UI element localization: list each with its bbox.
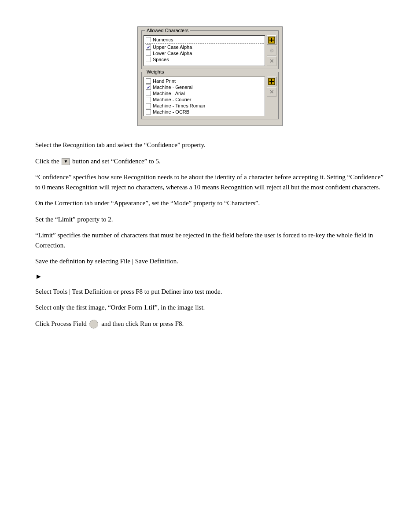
numerics-checkbox[interactable] <box>146 37 151 42</box>
handprint-checkbox[interactable] <box>146 78 151 84</box>
x-icon: ✕ <box>269 89 274 95</box>
paragraph-7: Save the definition by selecting File | … <box>35 256 385 266</box>
weights-title: Weights <box>145 69 166 74</box>
weights-inner: Hand Print ✓ Machine - General Machine -… <box>144 77 276 116</box>
page-content: Allowed Characters Numerics ✓ Upper Case… <box>35 26 385 328</box>
add-icon <box>268 78 275 85</box>
p10-suffix: and then click Run or press F8. <box>101 320 184 327</box>
machine-arial-label: Machine - Arial <box>153 91 185 96</box>
numerics-label: Numerics <box>153 37 173 42</box>
paragraph-8: Select Tools | Test Definition or press … <box>35 287 385 297</box>
list-item: Spaces <box>145 56 264 63</box>
p2-prefix: Click the <box>35 158 59 165</box>
handprint-label: Hand Print <box>153 78 176 84</box>
spaces-checkbox[interactable] <box>146 57 151 62</box>
svg-rect-6 <box>269 81 274 82</box>
weights-list: Hand Print ✓ Machine - General Machine -… <box>144 77 265 116</box>
paragraph-3: “Confidence” specifies how sure Recognit… <box>35 172 385 192</box>
allowed-characters-group: Allowed Characters Numerics ✓ Upper Case… <box>141 30 279 69</box>
list-item: Hand Print <box>145 78 264 84</box>
p10-prefix: Click Process Field <box>35 320 87 327</box>
x-icon: ✕ <box>269 58 274 64</box>
dropdown-button[interactable]: ▼ <box>62 158 70 165</box>
machine-general-label: Machine - General <box>153 85 193 90</box>
uppercase-alpha-label: Upper Case Alpha <box>153 44 192 50</box>
allowed-chars-add-button[interactable] <box>267 35 276 45</box>
machine-times-roman-label: Machine - Times Roman <box>153 103 205 108</box>
list-item: Lower Case Alpha <box>145 50 264 56</box>
list-item: Machine - Times Roman <box>145 103 264 109</box>
gear-icon: ⚙ <box>269 48 274 54</box>
uppercase-alpha-checkbox[interactable]: ✓ <box>146 44 151 50</box>
weights-btn-panel: ✕ <box>267 77 276 116</box>
list-item: Machine - Arial <box>145 90 264 96</box>
list-item: Numerics <box>145 37 264 43</box>
paragraph-10: Click Process Field and then click Run o… <box>35 319 385 329</box>
machine-courier-checkbox[interactable] <box>146 97 151 102</box>
separator <box>145 43 264 44</box>
machine-general-checkbox[interactable]: ✓ <box>146 85 151 90</box>
machine-times-roman-checkbox[interactable] <box>146 103 151 108</box>
p2-suffix: button and set “Confidence” to 5. <box>72 158 161 165</box>
list-item: ✓ Machine - General <box>145 84 264 90</box>
paragraph-6: “Limit” specifies the number of characte… <box>35 230 385 250</box>
dialog-box: Allowed Characters Numerics ✓ Upper Case… <box>137 26 283 126</box>
allowed-characters-list: Numerics ✓ Upper Case Alpha Lower Case A… <box>144 35 265 66</box>
machine-ocrb-label: Machine - OCRB <box>153 109 189 114</box>
bullet-row: ► <box>35 273 385 280</box>
weights-delete-button[interactable]: ✕ <box>267 87 276 97</box>
list-item: ✓ Upper Case Alpha <box>145 44 264 50</box>
list-item: Machine - Courier <box>145 96 264 103</box>
paragraph-4: On the Correction tab under “Appearance”… <box>35 198 385 208</box>
spaces-label: Spaces <box>153 57 169 62</box>
add-icon <box>268 37 275 44</box>
lowercase-alpha-label: Lower Case Alpha <box>153 51 192 56</box>
allowed-chars-btn-panel: ⚙ ✕ <box>267 35 276 66</box>
allowed-characters-inner: Numerics ✓ Upper Case Alpha Lower Case A… <box>144 35 276 66</box>
allowed-characters-title: Allowed Characters <box>145 28 190 33</box>
right-arrow-bullet: ► <box>35 273 42 280</box>
machine-courier-label: Machine - Courier <box>153 97 191 102</box>
weights-add-button[interactable] <box>267 77 276 86</box>
paragraph-2: Click the ▼ button and set “Confidence” … <box>35 156 385 166</box>
lowercase-alpha-checkbox[interactable] <box>146 51 151 56</box>
machine-arial-checkbox[interactable] <box>146 91 151 96</box>
allowed-chars-delete-button[interactable]: ✕ <box>267 56 276 66</box>
weights-group: Weights Hand Print ✓ Machine - General <box>141 72 279 119</box>
paragraph-1: Select the Recognition tab and select th… <box>35 140 385 150</box>
allowed-chars-edit-button[interactable]: ⚙ <box>267 46 276 55</box>
dialog-area: Allowed Characters Numerics ✓ Upper Case… <box>35 26 385 126</box>
svg-rect-2 <box>269 40 274 41</box>
paragraph-9: Select only the first image, “Order Form… <box>35 303 385 313</box>
machine-ocrb-checkbox[interactable] <box>146 109 151 114</box>
process-field-icon[interactable] <box>89 320 98 328</box>
list-item: Machine - OCRB <box>145 109 264 115</box>
paragraph-5: Set the “Limit” property to 2. <box>35 214 385 225</box>
